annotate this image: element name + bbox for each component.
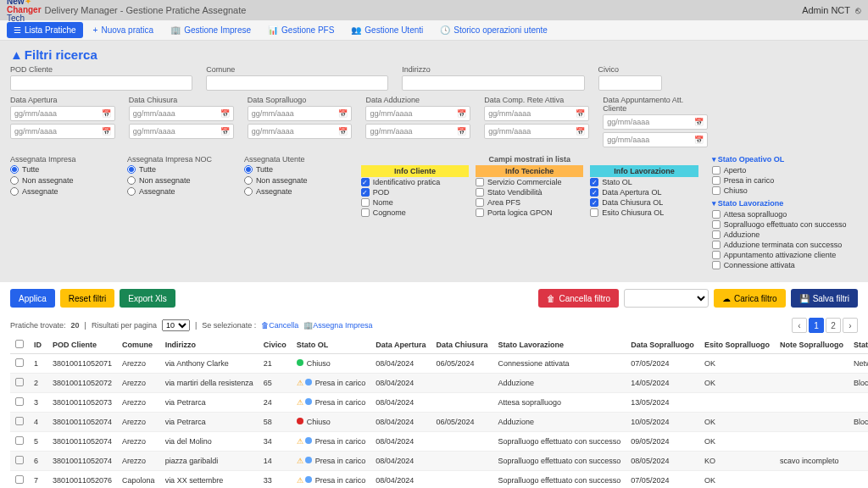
radio-Assegnata Utente-1[interactable]: Non assegnate [244,176,348,185]
check-info-lavorazione-items-3[interactable]: Esito Chiusura OL [590,208,698,218]
row-checkbox[interactable] [15,417,24,425]
nav-item-0[interactable]: ☰Lista Pratiche [7,22,83,38]
input-Indirizzo[interactable] [402,75,584,91]
carica-filtro-button[interactable]: ☁Carica filtro [714,289,786,308]
date-to-Data Chiusura[interactable]: gg/mm/aaaa📅 [129,124,234,139]
date-to-Data Sopralluogo[interactable]: gg/mm/aaaa📅 [248,124,353,139]
filter-title[interactable]: ▲Filtri ricerca [10,47,858,62]
nav-item-5[interactable]: 🕓Storico operazioni utente [433,22,554,38]
logo: New✦ Changer Tech Delivery Manager - Ges… [7,0,246,23]
nav-item-2[interactable]: 🏢Gestione Imprese [164,22,258,38]
check-stato-op-items-2[interactable]: Chiuso [712,186,858,196]
check-stato-op-items-1[interactable]: Presa in carico [712,175,858,186]
date-to-Data Adduzione[interactable]: gg/mm/aaaa📅 [365,124,470,139]
check-info-lavorazione-items-2[interactable]: ✓Data Chiusura OL [590,197,698,208]
date-from-Data Apertura[interactable]: gg/mm/aaaa📅 [10,106,115,121]
label-Data Sopralluogo: Data Sopralluogo [248,96,353,104]
date-to-Data Apertura[interactable]: gg/mm/aaaa📅 [10,124,115,139]
page-next[interactable]: › [843,318,858,333]
label-Assegnata Impresa: Assegnata Impresa [10,155,114,164]
check-stato-lav-items-1[interactable]: Sopralluogo effettuato con successo [712,219,858,230]
check-info-cliente-items-3[interactable]: Cognome [361,208,469,218]
select-all-checkbox[interactable] [15,340,24,348]
date-to-Data Comp. Rete Attiva[interactable]: gg/mm/aaaa📅 [484,124,589,139]
check-info-tecniche-items-0[interactable]: Servizio Commerciale [476,177,583,187]
calendar-icon: 📅 [576,109,585,118]
col-header-9: Stato Lavorazione [492,336,626,354]
table-row[interactable]: 438010011052074Arezzovia Petrarca58 Chiu… [10,413,868,432]
nav-item-3[interactable]: 📊Gestione PFS [261,22,341,38]
label-Comune: Comune [206,65,388,74]
radio-Assegnata Impresa NOC-1[interactable]: Non assegnate [127,176,231,185]
row-checkbox[interactable] [15,358,24,367]
table-row[interactable]: 538010011052074Arezzovia del Molino34 ⚠P… [10,432,868,452]
date-from-Data Comp. Rete Attiva[interactable]: gg/mm/aaaa📅 [484,106,589,121]
check-info-cliente-items-2[interactable]: Nome [361,197,469,208]
table-row[interactable]: 138010011052071Arezzovia Anthony Clarke2… [10,354,868,374]
cancella-filtro-button[interactable]: 🗑Cancella filtro [538,289,619,308]
radio-Assegnata Impresa-1[interactable]: Non assegnate [10,176,114,185]
per-page-select[interactable]: 10 [162,319,190,331]
date-from-Data Appuntamento Att. Cliente[interactable]: gg/mm/aaaa📅 [603,114,708,130]
nav-item-1[interactable]: +Nuova pratica [86,22,161,38]
check-info-tecniche-items-2[interactable]: Area PFS [476,197,583,208]
check-info-cliente-items-0[interactable]: ✓Identificativo pratica [361,177,469,187]
radio-Assegnata Utente-2[interactable]: Assegnate [244,187,348,196]
status-dot [305,457,312,463]
nav-icon: 📊 [268,25,278,35]
radio-Assegnata Impresa-0[interactable]: Tutte [10,165,114,174]
row-checkbox[interactable] [15,456,24,464]
input-POD Cliente[interactable] [10,75,192,91]
date-from-Data Chiusura[interactable]: gg/mm/aaaa📅 [129,106,234,121]
row-checkbox[interactable] [15,475,24,484]
table-wrap[interactable]: IDPOD ClienteComuneIndirizzoCivicoStato … [0,336,868,488]
assegna-link[interactable]: 🏢Assegna Impresa [303,321,372,330]
input-Civico[interactable] [598,75,662,91]
reset-button[interactable]: Reset filtri [60,289,114,308]
check-info-cliente-items-1[interactable]: ✓POD [361,187,469,197]
salva-filtri-button[interactable]: 💾Salva filtri [791,289,858,308]
radio-Assegnata Utente-0[interactable]: Tutte [244,165,348,174]
date-from-Data Adduzione[interactable]: gg/mm/aaaa📅 [365,106,470,121]
table-row[interactable]: 238010011052072Arezzovia martiri della r… [10,374,868,393]
check-stato-op-items-0[interactable]: Aperto [712,165,858,175]
cancella-link[interactable]: 🗑Cancella [261,321,298,330]
row-checkbox[interactable] [15,397,24,406]
page-2[interactable]: 2 [826,318,841,333]
row-checkbox[interactable] [15,378,24,386]
check-stato-lav-items-4[interactable]: Appuntamento attivazione cliente [712,250,858,260]
col-header-13: Stato Adduzione [849,336,868,354]
status-dot [305,398,312,405]
table-row[interactable]: 738010011052076Capolonavia XX settembre3… [10,471,868,489]
check-info-lavorazione-items-1[interactable]: ✓Data Apertura OL [590,187,698,197]
filter-select[interactable] [624,289,709,308]
check-stato-lav-items-5[interactable]: Connessione attivata [712,260,858,270]
nav-item-4[interactable]: 👥Gestione Utenti [344,22,430,38]
logout-icon[interactable]: ⎋ [855,5,861,15]
table-row[interactable]: 338010011052073Arezzovia Petrarca24 ⚠Pre… [10,393,868,413]
table-row[interactable]: 638010011052074Arezzopiazza garibaldi14 … [10,452,868,471]
radio-Assegnata Impresa NOC-0[interactable]: Tutte [127,165,231,174]
page-prev[interactable]: ‹ [792,318,807,333]
building-icon: 🏢 [303,321,313,330]
radio-Assegnata Impresa-2[interactable]: Assegnate [10,187,114,196]
check-info-tecniche-items-3[interactable]: Porta logica GPON [476,208,583,218]
check-stato-lav-items-3[interactable]: Adduzione terminata con successo [712,240,858,250]
collapse-icon[interactable]: ▲ [10,47,23,62]
filter-panel: ▲Filtri ricerca POD ClienteComuneIndiriz… [0,41,868,282]
row-checkbox[interactable] [15,436,24,445]
check-stato-lav-items-2[interactable]: Adduzione [712,230,858,240]
export-button[interactable]: Export Xls [120,289,175,308]
check-info-tecniche-items-1[interactable]: Stato Vendibilità [476,187,583,197]
calendar-icon: 📅 [220,127,230,136]
date-from-Data Sopralluogo[interactable]: gg/mm/aaaa📅 [248,106,353,121]
page-1[interactable]: 1 [809,318,824,333]
date-to-Data Appuntamento Att. Cliente[interactable]: gg/mm/aaaa📅 [603,132,708,147]
stato-opeativo-title[interactable]: ▾ Stato Opeativo OL [712,155,858,164]
input-Comune[interactable] [206,75,388,91]
check-stato-lav-items-0[interactable]: Attesa sopralluogo [712,209,858,219]
check-info-lavorazione-items-0[interactable]: ✓Stato OL [590,177,698,187]
applica-button[interactable]: Applica [10,289,55,308]
radio-Assegnata Impresa NOC-2[interactable]: Assegnate [127,187,231,196]
stato-lavorazione-title[interactable]: ▾ Stato Lavorazione [712,199,858,208]
